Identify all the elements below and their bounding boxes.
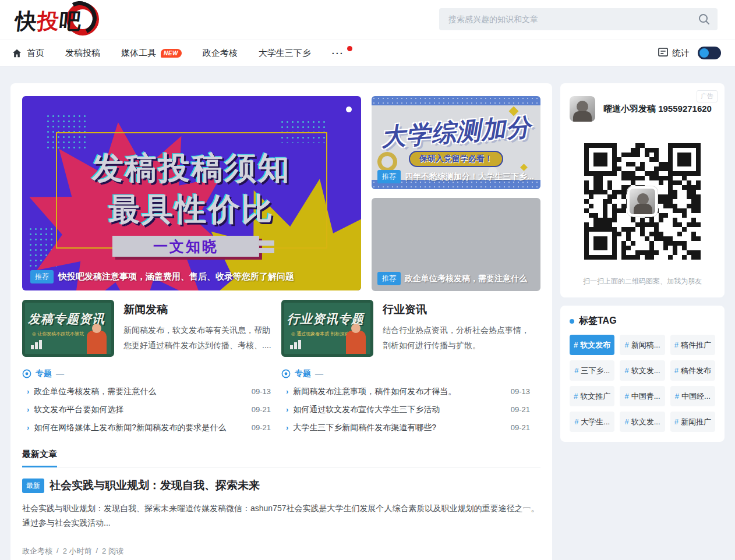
- stats-label: 统计: [672, 48, 690, 59]
- category-title[interactable]: 新闻发稿: [123, 302, 273, 317]
- category-description: 新闻稿发布，软文发布等有关讯息，帮助您更好通过稿件发布达到传播、考核、....: [123, 323, 273, 353]
- qr-caption: 扫一扫上面的二维码图案、加我为朋友: [560, 277, 725, 286]
- side-banner-gov-assess[interactable]: 推荐 政企单位考核发稿，需要注意什么: [372, 198, 540, 291]
- topic-item[interactable]: › 新闻稿发布注意事项，稿件如何发布才得当。 09-13: [281, 382, 530, 400]
- nav-item-home[interactable]: 首页: [12, 48, 44, 59]
- side-banner-comprehensive-score[interactable]: 大学综测加分 保研入党留学必看！ 推荐 四年不愁综测加分！大学生三下乡...: [372, 96, 540, 189]
- bullet-dot-icon: [570, 319, 574, 324]
- ad-label: 广告: [697, 90, 718, 102]
- latest-articles-header: 最新文章: [22, 449, 540, 467]
- search-icon[interactable]: [698, 13, 711, 26]
- topic-item-date: 09-13: [252, 387, 271, 396]
- hero-title: 发稿投稿须知 最具性价比: [22, 147, 361, 231]
- topic-item-date: 09-21: [511, 423, 530, 432]
- nav-label: 媒体工具: [121, 48, 156, 59]
- hero-banner[interactable]: 发稿投稿须知 最具性价比 一文知晓 推荐 快投吧发稿注意事项，涵盖费用、售后、收…: [22, 96, 361, 290]
- latest-badge: 最新: [22, 479, 44, 493]
- tag-item[interactable]: #中国经...: [670, 386, 715, 406]
- qr-center-avatar: [627, 186, 658, 217]
- topic-item[interactable]: › 如何在网络媒体上发布新闻?新闻稿发布的要求是什么 09-21: [22, 419, 271, 437]
- article-category[interactable]: 政企考核: [22, 546, 52, 557]
- chart-decoration: [31, 340, 46, 349]
- hero-caption[interactable]: 推荐 快投吧发稿注意事项，涵盖费用、售后、收录等您所了解问题: [30, 270, 294, 283]
- slider-dot[interactable]: [346, 107, 352, 112]
- topic-header-label: 专题: [36, 368, 52, 379]
- teacher-figure: [346, 331, 366, 356]
- topic-item[interactable]: › 软文发布平台要如何选择 09-21: [22, 400, 271, 419]
- tag-item[interactable]: #稿件推广: [670, 335, 715, 355]
- topic-header-label: 专题: [295, 368, 311, 379]
- tag-item[interactable]: #软文发...: [620, 360, 665, 381]
- tag-item[interactable]: #中国青...: [620, 386, 665, 406]
- tags-card: 标签TAG #软文发布 #新闻稿... #稿件推广 #三下乡... #软文发..…: [560, 306, 725, 442]
- category-news-publishing: 发稿专题资讯 ◎ 让你发稿不踩坑不被坑 新闻发稿 新闻稿发布，软文发布等有关讯息…: [22, 300, 281, 357]
- tag-item[interactable]: #稿件发布: [670, 360, 715, 381]
- topic-list-left: 专题 — › 政企单位考核发稿，需要注意什么 09-13 › 软文发布平台要如何…: [22, 368, 281, 437]
- notification-dot: [347, 46, 352, 51]
- site-logo[interactable]: 快投吧: [12, 5, 111, 35]
- category-thumbnail[interactable]: 发稿专题资讯 ◎ 让你发稿不踩坑不被坑: [22, 300, 114, 357]
- category-industry-news: 行业资讯专题 ◎ 通过现象看本质 剖析深处 行业资讯 结合行业热点资讯，分析社会…: [281, 300, 540, 357]
- topic-item-date: 09-13: [511, 387, 530, 396]
- thumbnail-subtitle: ◎ 让你发稿不踩坑不被坑: [32, 331, 84, 337]
- tab-latest-articles[interactable]: 最新文章: [22, 449, 57, 467]
- article-item[interactable]: 最新 社会实践与职业规划：发现自我、探索未来 社会实践与职业规划：发现自我、探索…: [22, 478, 540, 530]
- category-row: 发稿专题资讯 ◎ 让你发稿不踩坑不被坑 新闻发稿 新闻稿发布，软文发布等有关讯息…: [22, 300, 540, 357]
- meta-separator: /: [56, 546, 59, 557]
- topic-item-date: 09-21: [511, 405, 530, 414]
- topic-header[interactable]: 专题 —: [22, 368, 271, 379]
- tag-item[interactable]: #软文发布: [570, 335, 614, 355]
- topic-header[interactable]: 专题 —: [281, 368, 530, 379]
- tag-item[interactable]: #软文推广: [570, 386, 614, 406]
- tag-item[interactable]: #大学生...: [570, 412, 614, 432]
- logo-text: 快投吧: [13, 7, 83, 36]
- topic-item[interactable]: › 大学生三下乡新闻稿件发布渠道有哪些? 09-21: [281, 419, 530, 437]
- contact-profile-card: 广告 曜道小羽发稿 19559271620 扫一扫上面的二维码图案、加我为朋友: [560, 83, 725, 297]
- topics-row: 专题 — › 政企单位考核发稿，需要注意什么 09-13 › 软文发布平台要如何…: [22, 368, 540, 437]
- banner-title: 大学综测加分: [372, 110, 540, 154]
- tag-item[interactable]: #软文发...: [620, 412, 665, 432]
- banner-bar: [372, 96, 540, 105]
- theme-toggle[interactable]: [698, 47, 721, 59]
- nav-item-college[interactable]: 大学生三下乡: [259, 48, 311, 59]
- topic-item[interactable]: › 如何通过软文发布宣传大学生三下乡活动 09-21: [281, 400, 530, 419]
- topic-list-right: 专题 — › 新闻稿发布注意事项，稿件如何发布才得当。 09-13 › 如何通过…: [281, 368, 540, 437]
- profile-name: 曜道小羽发稿 19559271620: [603, 104, 712, 115]
- toggle-knob: [699, 48, 709, 58]
- teacher-figure: [87, 331, 107, 356]
- topic-header-dash: —: [315, 369, 323, 378]
- target-icon: [22, 369, 31, 378]
- category-thumbnail[interactable]: 行业资讯专题 ◎ 通过现象看本质 剖析深处: [281, 300, 373, 357]
- category-title[interactable]: 行业资讯: [383, 302, 532, 317]
- nav-item-more[interactable]: ···: [332, 48, 347, 58]
- category-description: 结合行业热点资讯，分析社会热点事情，剖析如何进行传播与扩散。: [383, 323, 532, 353]
- topic-item-text: 新闻稿发布注意事项，稿件如何发布才得当。: [293, 387, 503, 397]
- nav-item-media-tools[interactable]: 媒体工具 NEW: [121, 48, 182, 59]
- thumbnail-subtitle: ◎ 通过现象看本质 剖析深处: [291, 331, 349, 337]
- stats-button[interactable]: 统计: [658, 48, 690, 59]
- article-time: 2 小时前: [63, 546, 92, 557]
- tags-title: 标签TAG: [579, 315, 617, 327]
- nav-item-gov-assess[interactable]: 政企考核: [203, 48, 238, 59]
- site-header: 快投吧: [0, 0, 735, 40]
- tag-item[interactable]: #新闻推广: [670, 412, 715, 432]
- banner-pill: 保研入党留学必看！: [409, 151, 503, 167]
- target-icon: [281, 369, 291, 378]
- chevron-right-icon: ›: [286, 387, 288, 396]
- tag-item[interactable]: #新闻稿...: [620, 335, 665, 355]
- chart-decoration: [290, 340, 305, 349]
- recommend-badge: 推荐: [377, 170, 401, 183]
- topic-item-date: 09-21: [252, 423, 271, 432]
- topic-item[interactable]: › 政企单位考核发稿，需要注意什么 09-13: [22, 382, 271, 400]
- chevron-right-icon: ›: [27, 387, 29, 396]
- home-icon: [12, 48, 22, 58]
- hero-caption-text: 快投吧发稿注意事项，涵盖费用、售后、收录等您所了解问题: [58, 271, 294, 282]
- search-input[interactable]: [439, 8, 718, 30]
- topic-item-text: 软文发布平台要如何选择: [34, 405, 244, 415]
- topic-item-text: 如何在网络媒体上发布新闻?新闻稿发布的要求是什么: [34, 423, 244, 433]
- tag-item[interactable]: #三下乡...: [570, 360, 614, 381]
- nav-item-submit[interactable]: 发稿投稿: [65, 48, 100, 59]
- ellipsis-icon: ···: [332, 48, 344, 58]
- banner-caption-text: 政企单位考核发稿，需要注意什么: [405, 274, 527, 284]
- article-title[interactable]: 社会实践与职业规划：发现自我、探索未来: [50, 478, 260, 493]
